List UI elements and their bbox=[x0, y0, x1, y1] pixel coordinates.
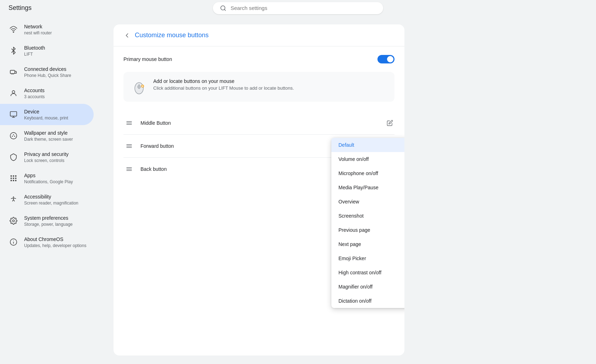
svg-rect-16 bbox=[13, 178, 14, 179]
dropdown-item-dictation[interactable]: Dictation on/off bbox=[331, 294, 404, 308]
dropdown-item-media[interactable]: Media Play/Pause bbox=[331, 180, 404, 195]
sidebar-text-system: System preferences Storage, power, langu… bbox=[24, 215, 73, 227]
svg-line-1 bbox=[224, 9, 225, 10]
wifi-icon bbox=[7, 23, 20, 36]
dropdown-item-next-page[interactable]: Next page bbox=[331, 237, 404, 251]
accessibility-icon bbox=[7, 193, 20, 206]
sidebar-label-network: Network bbox=[24, 23, 52, 30]
svg-point-4 bbox=[12, 91, 15, 93]
svg-rect-17 bbox=[15, 178, 17, 179]
sidebar-item-wallpaper[interactable]: Wallpaper and style Dark theme, screen s… bbox=[0, 125, 94, 146]
sidebar-item-accounts[interactable]: Accounts 3 accounts bbox=[0, 83, 94, 104]
search-bar[interactable] bbox=[213, 2, 383, 14]
sidebar-text-about: About ChromeOS Updates, help, developer … bbox=[24, 236, 86, 248]
dropdown-item-emoji[interactable]: Emoji Picker bbox=[331, 251, 404, 265]
info-card-title: Add or locate buttons on your mouse bbox=[153, 78, 294, 84]
dropdown-item-volume[interactable]: Volume on/off bbox=[331, 152, 404, 166]
sidebar-text-accounts: Accounts 3 accounts bbox=[24, 87, 45, 99]
sidebar-sub-device: Keyboard, mouse, print bbox=[24, 116, 68, 121]
svg-rect-3 bbox=[10, 70, 15, 73]
app-title: Settings bbox=[9, 4, 32, 12]
dropdown-item-default[interactable]: Default bbox=[331, 138, 404, 152]
sidebar-text-connected: Connected devices Phone Hub, Quick Share bbox=[24, 66, 71, 78]
svg-point-8 bbox=[10, 133, 17, 139]
dropdown-item-magnifier[interactable]: Magnifier on/off bbox=[331, 280, 404, 294]
sidebar-sub-privacy: Lock screen, controls bbox=[24, 158, 68, 163]
sidebar-label-wallpaper: Wallpaper and style bbox=[24, 130, 73, 136]
svg-rect-5 bbox=[10, 112, 17, 116]
search-icon bbox=[220, 5, 226, 11]
sidebar-sub-connected: Phone Hub, Quick Share bbox=[24, 73, 71, 78]
dropdown-item-overview[interactable]: Overview bbox=[331, 195, 404, 209]
settings-icon bbox=[7, 214, 20, 227]
sidebar-item-accessibility[interactable]: Accessibility Screen reader, magnificati… bbox=[0, 189, 94, 210]
back-button-icon bbox=[123, 163, 135, 175]
sidebar-text-wallpaper: Wallpaper and style Dark theme, screen s… bbox=[24, 130, 73, 142]
primary-button-label: Primary mouse button bbox=[123, 56, 172, 62]
sidebar-text-apps: Apps Notifications, Google Play bbox=[24, 172, 73, 184]
bluetooth-icon bbox=[7, 44, 20, 57]
svg-rect-13 bbox=[13, 175, 14, 177]
panel-title: Customize mouse buttons bbox=[135, 32, 209, 39]
sidebar-sub-accounts: 3 accounts bbox=[24, 94, 45, 99]
sidebar-label-connected: Connected devices bbox=[24, 66, 71, 72]
info-card-text: Add or locate buttons on your mouse Clic… bbox=[153, 78, 294, 91]
info-card: Add or locate buttons on your mouse Clic… bbox=[123, 72, 394, 102]
sidebar-sub-apps: Notifications, Google Play bbox=[24, 179, 73, 184]
sidebar-item-device[interactable]: Device Keyboard, mouse, print bbox=[0, 104, 94, 125]
top-bar: Settings bbox=[0, 0, 596, 16]
devices-icon bbox=[7, 66, 20, 78]
info-card-subtitle: Click additional buttons on your LIFT Mo… bbox=[153, 85, 294, 91]
svg-point-10 bbox=[14, 136, 15, 137]
sidebar-label-accessibility: Accessibility bbox=[24, 194, 78, 200]
primary-button-row: Primary mouse button bbox=[123, 55, 394, 63]
sidebar-label-bluetooth: Bluetooth bbox=[24, 45, 45, 51]
sidebar-sub-wallpaper: Dark theme, screen saver bbox=[24, 137, 73, 142]
mouse-icon bbox=[131, 78, 148, 95]
middle-button-row: Middle Button bbox=[123, 112, 394, 135]
info-icon bbox=[7, 236, 20, 248]
search-input[interactable] bbox=[231, 5, 376, 11]
sidebar-text-accessibility: Accessibility Screen reader, magnificati… bbox=[24, 194, 78, 206]
sidebar-item-bluetooth[interactable]: Bluetooth LIFT bbox=[0, 40, 94, 61]
svg-rect-20 bbox=[15, 180, 17, 181]
primary-button-toggle[interactable] bbox=[377, 55, 394, 63]
sidebar-item-about[interactable]: About ChromeOS Updates, help, developer … bbox=[0, 231, 94, 253]
sidebar-item-network[interactable]: Network nest wifi router bbox=[0, 19, 94, 40]
main-panel: Customize mouse buttons Primary mouse bu… bbox=[114, 24, 404, 355]
dropdown-item-screenshot[interactable]: Screenshot bbox=[331, 209, 404, 223]
dropdown-item-high-contrast[interactable]: High contrast on/off bbox=[331, 265, 404, 280]
account-icon bbox=[7, 87, 20, 100]
middle-button-icon bbox=[123, 117, 135, 129]
svg-point-9 bbox=[12, 136, 13, 137]
sidebar-text-device: Device Keyboard, mouse, print bbox=[24, 108, 68, 121]
back-button[interactable] bbox=[123, 32, 131, 39]
sidebar: Network nest wifi router Bluetooth LIFT bbox=[0, 16, 99, 364]
sidebar-sub-network: nest wifi router bbox=[24, 30, 52, 35]
svg-rect-12 bbox=[11, 175, 12, 177]
svg-point-11 bbox=[13, 134, 14, 135]
sidebar-item-system[interactable]: System preferences Storage, power, langu… bbox=[0, 210, 94, 231]
dropdown-menu: Default Volume on/off Microphone on/off … bbox=[331, 138, 404, 308]
svg-rect-15 bbox=[11, 178, 12, 179]
sidebar-sub-accessibility: Screen reader, magnification bbox=[24, 201, 78, 206]
sidebar-item-connected[interactable]: Connected devices Phone Hub, Quick Share bbox=[0, 61, 94, 83]
sidebar-item-apps[interactable]: Apps Notifications, Google Play bbox=[0, 168, 94, 189]
svg-point-28 bbox=[138, 85, 140, 89]
sidebar-label-device: Device bbox=[24, 108, 68, 115]
sidebar-sub-system: Storage, power, language bbox=[24, 222, 73, 227]
sidebar-label-about: About ChromeOS bbox=[24, 236, 86, 242]
middle-button-label: Middle Button bbox=[140, 120, 385, 126]
sidebar-label-system: System preferences bbox=[24, 215, 73, 221]
svg-rect-14 bbox=[15, 175, 17, 177]
content-area: Customize mouse buttons Primary mouse bu… bbox=[99, 16, 596, 364]
middle-button-edit[interactable] bbox=[385, 118, 394, 128]
main-layout: Network nest wifi router Bluetooth LIFT bbox=[0, 16, 596, 364]
dropdown-item-microphone[interactable]: Microphone on/off bbox=[331, 166, 404, 180]
sidebar-sub-about: Updates, help, developer options bbox=[24, 243, 86, 248]
svg-rect-19 bbox=[13, 180, 14, 181]
sidebar-item-privacy[interactable]: Privacy and security Lock screen, contro… bbox=[0, 146, 94, 168]
sidebar-label-apps: Apps bbox=[24, 172, 73, 179]
dropdown-item-prev-page[interactable]: Previous page bbox=[331, 223, 404, 237]
sidebar-text-bluetooth: Bluetooth LIFT bbox=[24, 45, 45, 57]
